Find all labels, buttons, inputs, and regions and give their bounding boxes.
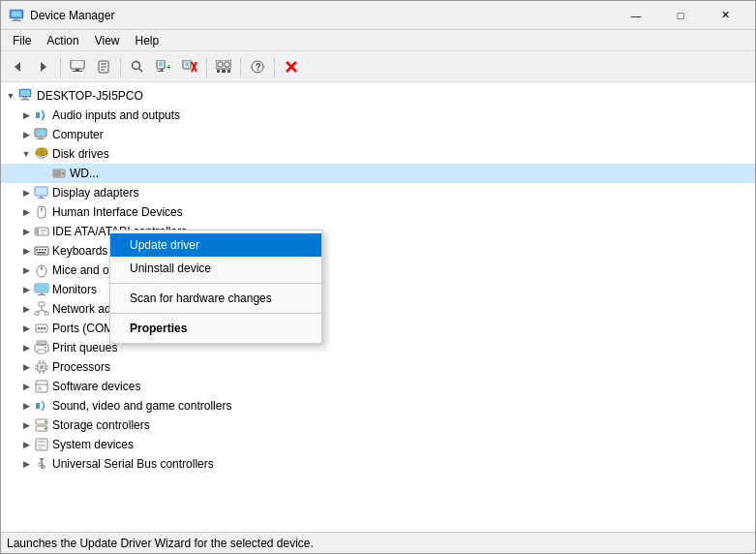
audio-expander[interactable]: ▶ (18, 108, 34, 123)
svg-rect-100 (36, 403, 40, 409)
toolbar-sep-3 (206, 57, 207, 77)
tree-display[interactable]: ▶ Display adapters (1, 183, 755, 202)
svg-rect-75 (45, 312, 48, 315)
svg-point-80 (38, 327, 41, 330)
ports-icon (34, 321, 49, 336)
svg-point-45 (40, 151, 44, 154)
close-button[interactable]: ✕ (703, 1, 747, 30)
tree-computer[interactable]: ▶ Computer (1, 125, 755, 144)
processors-expander[interactable]: ▶ (18, 359, 34, 375)
menu-help[interactable]: Help (128, 32, 167, 49)
mice-expander[interactable]: ▶ (18, 262, 34, 278)
wd-drive-icon (51, 166, 67, 181)
tree-sound[interactable]: ▶ Sound, video and game controllers (1, 396, 755, 416)
svg-line-14 (139, 68, 143, 72)
svg-point-82 (44, 327, 46, 330)
status-text: Launches the Update Driver Wizard for th… (7, 537, 314, 550)
svg-rect-65 (37, 252, 45, 254)
minimize-button[interactable]: — (614, 1, 658, 30)
mice-icon (34, 262, 49, 278)
tree-wd-drive[interactable]: ▶ WD... (1, 164, 755, 183)
svg-marker-110 (39, 458, 45, 461)
toolbar-sep-5 (274, 57, 275, 77)
toolbar-computer[interactable] (65, 55, 90, 78)
display-icon (34, 185, 49, 200)
tree-storage[interactable]: ▶ Storage controllers (1, 416, 755, 435)
svg-rect-57 (36, 229, 39, 234)
tree-usb[interactable]: ▶ Universal Serial Bus controllers (1, 454, 755, 474)
menu-bar: File Action View Help (1, 30, 755, 51)
computer-expander[interactable]: ▶ (18, 127, 34, 142)
toolbar-scan[interactable] (211, 55, 236, 78)
usb-expander[interactable]: ▶ (18, 456, 34, 472)
toolbar-properties[interactable] (91, 55, 116, 78)
tree-audio[interactable]: ▶ Audio inputs and outputs (1, 106, 755, 125)
tree-system[interactable]: ▶ System devices (1, 435, 755, 454)
content-area: ▼ DESKTOP-J5I5PCO ▶ (1, 82, 755, 532)
toolbar-forward[interactable] (31, 55, 56, 78)
tree-root[interactable]: ▼ DESKTOP-J5I5PCO (1, 86, 755, 106)
keyboard-icon (34, 243, 49, 259)
display-expander[interactable]: ▶ (18, 185, 34, 200)
toolbar-disable[interactable] (279, 55, 304, 78)
sound-label: Sound, video and game controllers (52, 399, 231, 413)
menu-action[interactable]: Action (39, 32, 86, 49)
svg-rect-64 (45, 249, 46, 251)
svg-rect-35 (20, 90, 30, 96)
hid-icon (34, 204, 49, 220)
svg-rect-27 (217, 70, 220, 73)
svg-point-13 (133, 61, 140, 69)
maximize-button[interactable]: □ (658, 1, 703, 30)
svg-rect-38 (36, 112, 40, 118)
svg-rect-6 (71, 60, 84, 69)
svg-rect-88 (40, 365, 44, 369)
network-expander[interactable]: ▶ (18, 301, 34, 317)
ctx-scan-hardware[interactable]: Scan for hardware changes (110, 287, 321, 310)
tree-processors[interactable]: ▶ Processors (1, 357, 755, 377)
ide-expander[interactable]: ▶ (18, 224, 34, 239)
tree-disk[interactable]: ▼ Disk drives (1, 144, 755, 164)
usb-icon (34, 456, 49, 472)
sound-expander[interactable]: ▶ (18, 398, 34, 414)
svg-rect-18 (158, 71, 164, 72)
svg-rect-37 (21, 99, 29, 101)
svg-rect-63 (42, 249, 44, 251)
wd-expander: ▶ (36, 166, 51, 181)
disk-label: Disk drives (52, 147, 109, 161)
print-label: Print queues (52, 341, 117, 354)
root-expander[interactable]: ▼ (3, 88, 18, 104)
keyboard-expander[interactable]: ▶ (18, 243, 34, 259)
usb-label: Universal Serial Bus controllers (52, 457, 214, 471)
toolbar-uninstall[interactable] (177, 55, 202, 78)
software-expander[interactable]: ▶ (18, 379, 34, 394)
hid-expander[interactable]: ▶ (18, 204, 34, 220)
svg-rect-73 (39, 302, 45, 306)
toolbar-sep-1 (60, 57, 61, 77)
storage-expander[interactable]: ▶ (18, 417, 34, 433)
ctx-uninstall-device[interactable]: Uninstall device (110, 257, 321, 280)
monitors-label: Monitors (52, 283, 97, 296)
svg-rect-50 (36, 188, 46, 195)
svg-rect-7 (76, 69, 79, 71)
toolbar-search[interactable] (125, 55, 150, 78)
menu-view[interactable]: View (87, 32, 128, 49)
ctx-update-driver[interactable]: Update driver (110, 233, 321, 257)
processors-icon (34, 359, 49, 375)
svg-rect-16 (159, 61, 163, 66)
tree-software[interactable]: ▶ Software devices (1, 377, 755, 396)
toolbar-help[interactable]: ? (245, 55, 270, 78)
svg-point-102 (45, 420, 46, 422)
ctx-properties[interactable]: Properties (110, 317, 321, 340)
menu-file[interactable]: File (5, 32, 39, 49)
svg-rect-2 (14, 18, 19, 20)
monitors-expander[interactable]: ▶ (18, 282, 34, 297)
svg-rect-71 (40, 292, 44, 294)
tree-hid[interactable]: ▶ Human Interface Devices (1, 202, 755, 222)
system-expander[interactable]: ▶ (18, 437, 34, 452)
print-expander[interactable]: ▶ (18, 340, 34, 355)
toolbar-update-driver[interactable]: + (151, 55, 176, 78)
toolbar-back[interactable] (5, 55, 30, 78)
disk-expander[interactable]: ▼ (18, 146, 34, 162)
svg-rect-86 (45, 347, 46, 349)
ports-expander[interactable]: ▶ (18, 321, 34, 336)
